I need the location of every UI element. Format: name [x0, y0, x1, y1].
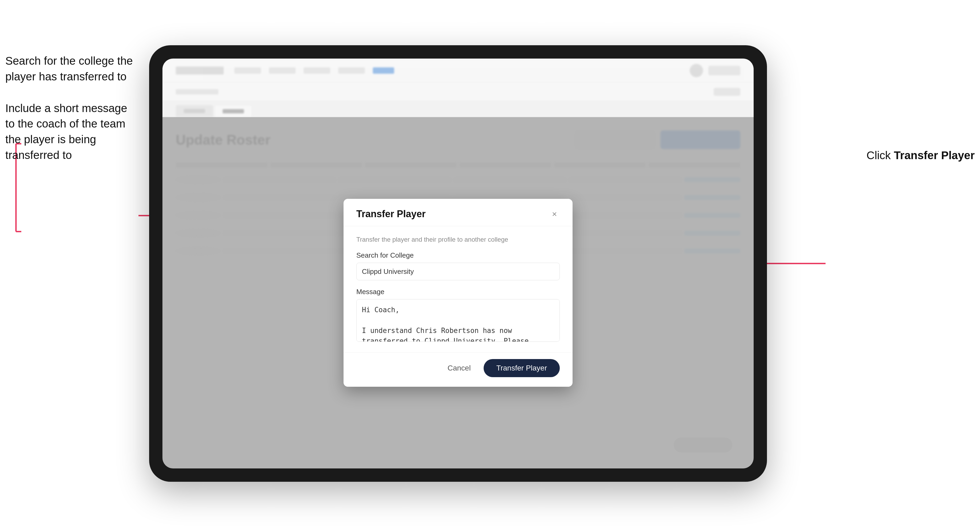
header-right — [690, 64, 740, 77]
modal-overlay: Transfer Player × Transfer the player an… — [162, 117, 754, 468]
search-college-input[interactable] — [356, 263, 560, 280]
app-logo — [176, 67, 224, 75]
nav-item-1 — [234, 67, 261, 74]
breadcrumb — [176, 89, 218, 94]
tablet-device: Update Roster — [149, 45, 767, 482]
cancel-button[interactable]: Cancel — [441, 360, 477, 376]
message-label: Message — [356, 288, 560, 296]
transfer-player-modal: Transfer Player × Transfer the player an… — [344, 199, 573, 387]
search-college-label: Search for College — [356, 251, 560, 259]
tab-2-active — [215, 105, 252, 117]
header-action-btn — [708, 66, 740, 75]
annotation-message-text: Include a short message to the coach of … — [5, 101, 138, 163]
tab-bar — [162, 101, 754, 117]
modal-header: Transfer Player × — [344, 199, 573, 226]
modal-close-button[interactable]: × — [549, 209, 560, 219]
content-area: Update Roster — [162, 117, 754, 468]
nav-item-3 — [304, 67, 330, 74]
nav-item-5-active — [373, 67, 394, 74]
tab-1 — [176, 105, 213, 117]
modal-description: Transfer the player and their profile to… — [356, 236, 560, 243]
nav-items — [234, 67, 679, 74]
annotation-search-text: Search for the college the player has tr… — [5, 53, 138, 85]
sub-header — [162, 83, 754, 101]
annotation-left-panel: Search for the college the player has tr… — [5, 53, 138, 179]
modal-footer: Cancel Transfer Player — [344, 352, 573, 387]
transfer-player-button[interactable]: Transfer Player — [484, 359, 560, 377]
tablet-screen: Update Roster — [162, 59, 754, 468]
message-textarea[interactable]: Hi Coach, I understand Chris Robertson h… — [356, 299, 560, 342]
app-header — [162, 59, 754, 83]
sub-action — [714, 88, 740, 96]
modal-body: Transfer the player and their profile to… — [344, 226, 573, 352]
modal-title: Transfer Player — [356, 208, 426, 220]
nav-item-2 — [269, 67, 296, 74]
user-avatar — [690, 64, 703, 77]
annotation-click-text: Click Transfer Player — [867, 149, 975, 162]
annotation-right-panel: Click Transfer Player — [867, 149, 975, 162]
nav-item-4 — [338, 67, 365, 74]
